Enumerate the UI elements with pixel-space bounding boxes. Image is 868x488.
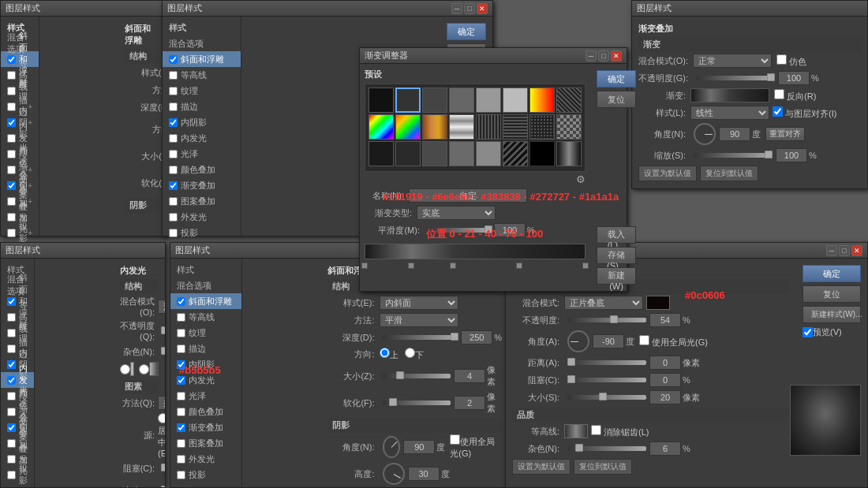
- reset-align-btn[interactable]: 重置对齐: [765, 127, 805, 141]
- smoothness-thumb[interactable]: [485, 225, 492, 233]
- pattern-new-btn[interactable]: 新建(W): [597, 267, 636, 285]
- is-angle-input[interactable]: [593, 334, 624, 348]
- bc-soften-slider[interactable]: [383, 400, 451, 405]
- bc-contour-cb[interactable]: [177, 313, 185, 322]
- bl-contour[interactable]: 等高线: [1, 309, 34, 325]
- bl-inner-shadow[interactable]: 内阴影: [1, 356, 34, 372]
- ig-method-select[interactable]: 柔和: [158, 396, 165, 410]
- bl-inner-shadow-cb[interactable]: [7, 360, 16, 369]
- dither-checkbox[interactable]: [776, 54, 787, 65]
- stop-40[interactable]: [450, 263, 456, 269]
- br-close-btn[interactable]: ✕: [851, 245, 862, 256]
- drop-shadow-plus-icon[interactable]: +: [28, 228, 32, 237]
- ig-opacity-thumb[interactable]: [161, 326, 165, 334]
- bevel-emboss-checkbox[interactable]: [7, 55, 16, 64]
- pattern-overlay-checkbox[interactable]: [7, 197, 16, 206]
- angle-dial-2[interactable]: [694, 123, 716, 145]
- is-noise-input[interactable]: [649, 441, 681, 456]
- style-select-2[interactable]: 线性: [690, 106, 769, 120]
- swatch-9[interactable]: [395, 114, 421, 140]
- gradient-type-select[interactable]: 实底: [417, 206, 496, 220]
- bc-drop-shadow[interactable]: 投影: [170, 467, 241, 482]
- bc-drop-shadow-cb[interactable]: [177, 471, 185, 479]
- align-checkbox[interactable]: [773, 106, 783, 117]
- pattern-maximize-btn[interactable]: □: [598, 50, 609, 61]
- pattern-load-btn[interactable]: 载入(L)...: [597, 226, 636, 244]
- bc-pattern-cb[interactable]: [177, 439, 185, 448]
- swatch-11[interactable]: [449, 114, 474, 140]
- br-preview-cb[interactable]: [803, 327, 813, 337]
- gradient-overlay-checkbox[interactable]: [7, 181, 16, 190]
- br-maximize-btn[interactable]: □: [839, 245, 850, 256]
- is-opacity-input[interactable]: [649, 313, 681, 327]
- bc-style[interactable]: 样式: [170, 262, 241, 278]
- br-minimize-btn[interactable]: ─: [826, 245, 837, 256]
- bl-satin-cb[interactable]: [7, 392, 16, 400]
- ig-solid-radio[interactable]: [120, 364, 130, 374]
- br-reset-btn[interactable]: 复位: [803, 285, 861, 303]
- is-size-thumb[interactable]: [599, 393, 607, 400]
- scale-slider[interactable]: [694, 153, 773, 158]
- bc-stroke[interactable]: 描边: [170, 341, 241, 356]
- smoothness-slider[interactable]: [428, 228, 491, 233]
- set-default-btn[interactable]: 设置为默认值: [638, 166, 697, 181]
- ig-noise-thumb[interactable]: [161, 347, 165, 355]
- is-reset-default-btn[interactable]: 复位到默认值: [574, 459, 632, 475]
- bc-satin[interactable]: 光泽: [170, 388, 241, 404]
- swatch-15[interactable]: [556, 114, 582, 140]
- bc-alt-dial[interactable]: [383, 463, 405, 485]
- pattern-ok-btn[interactable]: 确定: [597, 70, 636, 88]
- is-choke-thumb[interactable]: [567, 375, 575, 383]
- top-center-close-btn[interactable]: ✕: [477, 3, 488, 14]
- tc-sidebar-outer-glow[interactable]: 外发光: [163, 209, 241, 225]
- tc-sidebar-bevel[interactable]: 斜面和浮雕: [163, 51, 241, 67]
- is-dist-thumb[interactable]: [567, 358, 575, 366]
- is-set-default-btn[interactable]: 设置为默认值: [512, 459, 571, 475]
- angle-input-2[interactable]: [719, 127, 750, 141]
- is-contour-preview[interactable]: [564, 424, 588, 438]
- bc-depth-input[interactable]: [461, 330, 492, 345]
- bc-style-select[interactable]: 内斜面: [380, 296, 458, 310]
- is-noise-slider[interactable]: [567, 446, 646, 451]
- br-new-style-btn[interactable]: 新建样式(W)...: [803, 306, 861, 323]
- opacity-thumb[interactable]: [767, 73, 775, 81]
- bc-soften-thumb[interactable]: [389, 398, 397, 406]
- is-antialias-cb[interactable]: [591, 425, 601, 435]
- bc-outer-glow[interactable]: 外发光: [170, 451, 241, 467]
- ig-size-thumb[interactable]: [161, 486, 165, 487]
- blend-mode-select[interactable]: 正常: [693, 54, 772, 68]
- tc-sidebar-drop-shadow[interactable]: 投影: [163, 225, 241, 240]
- ig-center-radio[interactable]: [158, 413, 165, 423]
- tc-sidebar-blend[interactable]: 混合选项: [163, 35, 241, 51]
- tc-contour-checkbox[interactable]: [169, 71, 178, 80]
- bc-inner-shadow[interactable]: 内阴影: [170, 356, 241, 372]
- swatch-8[interactable]: [369, 114, 394, 140]
- bc-gradient-cb[interactable]: [177, 423, 185, 432]
- swatch-1[interactable]: [395, 88, 421, 113]
- is-noise-thumb[interactable]: [575, 444, 583, 452]
- bl-blend[interactable]: 混合选项: [1, 278, 34, 293]
- bl-inner-glow[interactable]: 内发光: [1, 372, 34, 388]
- contour-checkbox[interactable]: [7, 71, 16, 80]
- bc-gradient-overlay[interactable]: 渐变叠加: [170, 419, 241, 435]
- stroke-plus-icon[interactable]: +: [28, 102, 32, 111]
- opacity-slider[interactable]: [696, 76, 775, 80]
- swatch-4[interactable]: [476, 88, 501, 113]
- tc-sidebar-color-overlay[interactable]: 颜色叠加: [163, 162, 241, 177]
- tc-color-checkbox[interactable]: [169, 166, 178, 174]
- br-ok-btn[interactable]: 确定: [803, 265, 861, 282]
- tc-sidebar-texture[interactable]: 纹理: [163, 83, 241, 99]
- bc-soften-input[interactable]: [454, 396, 485, 410]
- bl-pattern-overlay[interactable]: 图案叠加: [1, 435, 34, 451]
- opacity-input[interactable]: [778, 71, 810, 85]
- scale-input[interactable]: [776, 148, 807, 162]
- bc-color-overlay[interactable]: 颜色叠加: [170, 404, 241, 419]
- tc-sidebar-stroke[interactable]: 描边: [163, 99, 241, 114]
- reset-default-btn[interactable]: 复位到默认值: [700, 166, 758, 181]
- tc-bevel-checkbox[interactable]: [169, 55, 178, 64]
- bc-size-slider[interactable]: [383, 374, 451, 378]
- ig-color-swatch[interactable]: [130, 362, 134, 376]
- bc-satin-cb[interactable]: [177, 392, 185, 400]
- bc-bevel-cb[interactable]: [177, 297, 185, 306]
- gradient-overlay-plus-icon[interactable]: +: [28, 181, 32, 190]
